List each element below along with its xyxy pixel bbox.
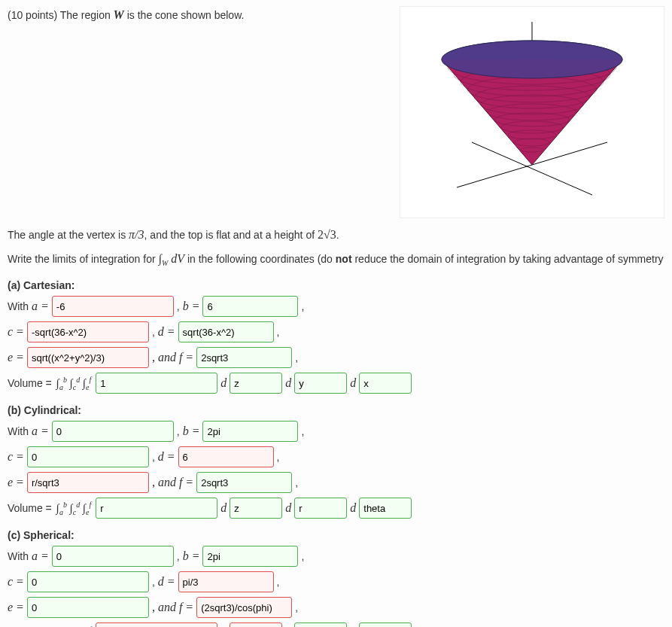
c-eq: c = bbox=[8, 325, 24, 339]
and-f-eq: , and f = bbox=[152, 476, 193, 489]
instr-pre: Write the limits of integration for bbox=[8, 253, 158, 265]
part-c-title: (c) Spherical: bbox=[8, 529, 664, 541]
volume-label: Volume = bbox=[8, 377, 52, 389]
d-label: d bbox=[350, 501, 356, 515]
comma: , bbox=[177, 300, 180, 312]
c-eq: c = bbox=[8, 450, 24, 464]
input-c-d1[interactable] bbox=[230, 622, 282, 627]
input-a-d[interactable] bbox=[178, 321, 274, 342]
comma: , bbox=[152, 451, 155, 463]
input-c-b[interactable] bbox=[202, 546, 298, 567]
a-eq: a = bbox=[32, 549, 49, 563]
with-label: With bbox=[8, 300, 29, 312]
input-c-d2[interactable] bbox=[294, 622, 347, 627]
instr-tail: reduce the domain of integration by taki… bbox=[352, 253, 664, 265]
comma: , bbox=[301, 425, 304, 437]
comma: , bbox=[277, 326, 280, 338]
with-label: With bbox=[8, 425, 29, 437]
d-label: d bbox=[220, 376, 227, 390]
input-b-d1[interactable] bbox=[230, 498, 282, 519]
input-a-integrand[interactable] bbox=[96, 373, 217, 394]
input-b-c[interactable] bbox=[27, 446, 149, 467]
e-eq: e = bbox=[8, 476, 24, 489]
b-eq: b = bbox=[183, 300, 200, 313]
cone-svg bbox=[412, 14, 652, 210]
instr-dv: dV bbox=[168, 252, 184, 265]
comma: , bbox=[152, 576, 155, 588]
input-a-d3[interactable] bbox=[359, 373, 412, 394]
d-label: d bbox=[220, 501, 227, 515]
part-a-row-cd: c = , d = , bbox=[8, 321, 664, 342]
d-label: d bbox=[350, 376, 356, 390]
a-eq: a = bbox=[32, 300, 49, 313]
input-b-e[interactable] bbox=[27, 472, 149, 493]
part-a-title: (a) Cartesian: bbox=[8, 279, 664, 291]
part-b-row-cd: c = , d = , bbox=[8, 446, 664, 467]
part-c-row-ef: e = , and f = , bbox=[8, 597, 664, 618]
comma: , bbox=[295, 352, 298, 364]
input-c-integrand[interactable] bbox=[96, 622, 217, 627]
part-c-row-cd: c = , d = , bbox=[8, 571, 664, 592]
instructions-line: Write the limits of integration for ∫W d… bbox=[8, 250, 664, 269]
comma: , bbox=[152, 326, 155, 338]
input-a-d1[interactable] bbox=[230, 373, 282, 394]
with-label: With bbox=[8, 550, 29, 562]
d-eq: d = bbox=[158, 575, 175, 589]
e-eq: e = bbox=[8, 601, 24, 614]
instr-sub: W bbox=[162, 259, 168, 267]
part-b-row-ef: e = , and f = , bbox=[8, 472, 664, 493]
input-a-a[interactable] bbox=[52, 296, 174, 317]
input-b-a[interactable] bbox=[52, 421, 174, 442]
part-a-row-ef: e = , and f = , bbox=[8, 347, 664, 368]
volume-label: Volume = bbox=[8, 502, 52, 514]
part-b-title: (b) Cylindrical: bbox=[8, 404, 664, 416]
b-eq: b = bbox=[183, 425, 200, 438]
input-a-f[interactable] bbox=[196, 347, 292, 368]
points-text: (10 points) The region W is the cone sho… bbox=[8, 9, 244, 21]
part-b-row-ab: With a = , b = , bbox=[8, 421, 664, 442]
comma: , bbox=[177, 550, 180, 562]
input-a-c[interactable] bbox=[27, 321, 149, 342]
input-b-integrand[interactable] bbox=[96, 498, 217, 519]
input-a-d2[interactable] bbox=[294, 373, 347, 394]
comma: , bbox=[295, 476, 298, 489]
input-a-e[interactable] bbox=[27, 347, 149, 368]
comma: , bbox=[301, 300, 304, 312]
b-eq: b = bbox=[183, 549, 200, 563]
angle-line: The angle at the vertex is π/3, and the … bbox=[8, 226, 664, 244]
comma: , bbox=[177, 425, 180, 437]
input-c-d3[interactable] bbox=[359, 622, 412, 627]
comma: , bbox=[295, 601, 298, 613]
input-c-e[interactable] bbox=[27, 597, 149, 618]
input-b-d2[interactable] bbox=[294, 498, 347, 519]
part-a-row-ab: With a = , b = , bbox=[8, 296, 664, 317]
angle-pre: The angle at the vertex is bbox=[8, 229, 129, 241]
input-c-d[interactable] bbox=[178, 571, 274, 592]
c-eq: c = bbox=[8, 575, 24, 589]
part-b-row-vol: Volume = ∫ab ∫cd ∫ef d d d bbox=[8, 498, 664, 519]
input-b-b[interactable] bbox=[202, 421, 298, 442]
input-b-d3[interactable] bbox=[359, 498, 412, 519]
part-c-row-ab: With a = , b = , bbox=[8, 546, 664, 567]
instr-not: not bbox=[336, 253, 352, 265]
a-eq: a = bbox=[32, 425, 49, 438]
angle-mid: , and the top is flat and at a height of bbox=[144, 229, 318, 241]
input-c-c[interactable] bbox=[27, 571, 149, 592]
part-a-row-vol: Volume = ∫ab ∫cd ∫ef d d d bbox=[8, 373, 664, 394]
triple-integral-icon: ∫ab ∫cd ∫ef bbox=[56, 376, 92, 391]
cone-figure bbox=[400, 6, 664, 218]
d-label: d bbox=[285, 501, 291, 515]
part-c-row-vol: Volume = ∫ab ∫cd ∫ef d d d bbox=[8, 622, 664, 627]
e-eq: e = bbox=[8, 351, 24, 364]
comma: , bbox=[277, 576, 280, 588]
d-label: d bbox=[285, 376, 291, 390]
triple-integral-icon: ∫ab ∫cd ∫ef bbox=[56, 501, 92, 516]
input-c-f[interactable] bbox=[196, 597, 292, 618]
input-b-f[interactable] bbox=[196, 472, 292, 493]
input-c-a[interactable] bbox=[52, 546, 174, 567]
angle-value: π/3 bbox=[129, 228, 144, 241]
d-eq: d = bbox=[158, 325, 175, 339]
input-a-b[interactable] bbox=[202, 296, 298, 317]
input-b-d[interactable] bbox=[178, 446, 274, 467]
and-f-eq: , and f = bbox=[152, 601, 193, 614]
